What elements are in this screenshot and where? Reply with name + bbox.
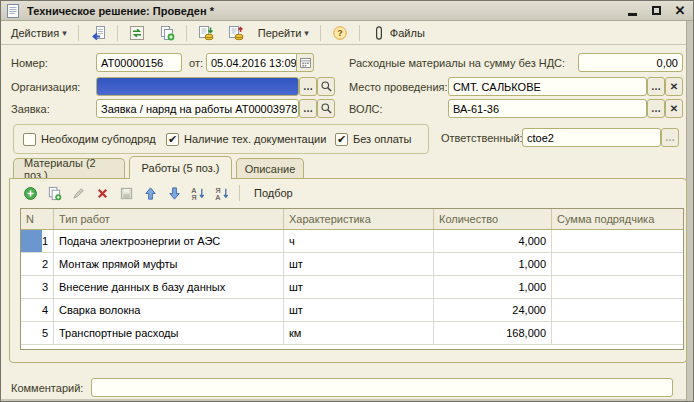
checkbox-icon: ✔: [166, 133, 179, 146]
location-clear-button[interactable]: ✕: [665, 77, 683, 96]
table-cell[interactable]: ч: [284, 230, 434, 253]
table-cell[interactable]: 1,000: [434, 276, 552, 299]
goto-menu-button[interactable]: Перейти ▾: [252, 23, 315, 43]
toolbar-separator: [320, 25, 321, 41]
table-cell[interactable]: [552, 322, 683, 345]
post-document-button[interactable]: [192, 23, 220, 43]
comment-field[interactable]: [91, 378, 673, 397]
table-cell[interactable]: 3: [21, 276, 54, 299]
table-cell[interactable]: шт: [284, 253, 434, 276]
table-cell[interactable]: км: [284, 322, 434, 345]
row-delete-button[interactable]: [92, 184, 112, 202]
window-title: Техническое решение: Проведен *: [27, 5, 625, 17]
vols-clear-button[interactable]: ✕: [665, 99, 683, 118]
organization-field[interactable]: [96, 77, 299, 96]
column-header-n[interactable]: N: [21, 209, 54, 229]
tab-works[interactable]: Работы (5 поз.): [129, 156, 232, 179]
works-table: N Тип работ Характеристика Количество Су…: [20, 208, 684, 350]
tab-description[interactable]: Описание: [236, 158, 304, 178]
goto-menu-label: Перейти: [258, 27, 302, 39]
no-payment-checkbox[interactable]: ✔ Без оплаты: [335, 132, 412, 146]
location-field[interactable]: СМТ. САЛЬКОВЕ: [448, 77, 647, 96]
help-icon: ?: [332, 25, 348, 41]
end-edit-icon: [119, 186, 134, 201]
column-header-characteristic[interactable]: Характеристика: [284, 209, 434, 229]
unpost-document-button[interactable]: [222, 23, 250, 43]
table-cell[interactable]: Подача электроэнергии от АЭС: [54, 230, 284, 253]
table-cell[interactable]: [552, 253, 683, 276]
table-cell[interactable]: 1,000: [434, 253, 552, 276]
table-cell[interactable]: 5: [21, 322, 54, 345]
checkbox-icon: [23, 133, 36, 146]
maximize-button[interactable]: [649, 4, 663, 18]
table-cell[interactable]: шт: [284, 276, 434, 299]
table-cell[interactable]: 2: [21, 253, 54, 276]
row-edit-button[interactable]: [68, 184, 88, 202]
minimize-icon: [628, 13, 637, 16]
tab-materials[interactable]: Материалы (2 поз.): [13, 158, 125, 178]
vols-select-button[interactable]: …: [647, 99, 665, 118]
calendar-button[interactable]: [296, 53, 314, 72]
refresh-button[interactable]: [123, 23, 151, 43]
clear-icon: ✕: [670, 103, 678, 114]
row-add-button[interactable]: [20, 184, 40, 202]
table-cell[interactable]: 1: [21, 230, 54, 253]
table-cell[interactable]: Сварка волокна: [54, 299, 284, 322]
responsible-select-button[interactable]: …: [661, 128, 679, 147]
row-move-up-button[interactable]: [140, 184, 160, 202]
table-row[interactable]: 2Монтаж прямой муфтышт1,000: [21, 253, 683, 276]
organization-select-button[interactable]: …: [299, 77, 317, 96]
svg-text:А: А: [191, 186, 196, 193]
document-window: Техническое решение: Проведен * ✕ Действ…: [0, 0, 694, 402]
table-row[interactable]: 3Внесение данных в базу данныхшт1,000: [21, 276, 683, 299]
write-document-button[interactable]: [84, 23, 112, 43]
minimize-button[interactable]: [625, 4, 639, 18]
sort-ascending-button[interactable]: АЯ: [188, 184, 208, 202]
vols-field[interactable]: ВА-61-36: [448, 99, 647, 118]
table-row[interactable]: 1Подача электроэнергии от АЭСч4,000: [21, 230, 683, 253]
responsible-field[interactable]: ctoe2: [522, 128, 661, 147]
row-copy-button[interactable]: [44, 184, 64, 202]
table-cell[interactable]: Внесение данных в базу данных: [54, 276, 284, 299]
consumables-field[interactable]: 0,00: [578, 53, 683, 72]
column-header-type[interactable]: Тип работ: [54, 209, 284, 229]
table-row[interactable]: 5Транспортные расходыкм168,000: [21, 322, 683, 345]
help-button[interactable]: ?: [326, 23, 354, 43]
table-cell[interactable]: Транспортные расходы: [54, 322, 284, 345]
table-cell[interactable]: шт: [284, 299, 434, 322]
post-document-icon: [198, 25, 214, 41]
table-cell[interactable]: Монтаж прямой муфты: [54, 253, 284, 276]
no-payment-checkbox-label: Без оплаты: [353, 133, 412, 145]
window-bottom-border: [1, 399, 686, 401]
table-cell[interactable]: 168,000: [434, 322, 552, 345]
responsible-label: Ответственный:: [441, 132, 523, 144]
column-header-quantity[interactable]: Количество: [434, 209, 552, 229]
table-cell[interactable]: [552, 299, 683, 322]
table-cell[interactable]: 24,000: [434, 299, 552, 322]
row-move-down-button[interactable]: [164, 184, 184, 202]
request-field[interactable]: Заявка / наряд на работы АТ00003978: [96, 99, 299, 118]
table-cell[interactable]: 4: [21, 299, 54, 322]
subcontract-checkbox[interactable]: Необходим субподряд: [23, 132, 156, 146]
row-end-edit-button[interactable]: [116, 184, 136, 202]
column-header-contractor-sum[interactable]: Сумма подрядчика: [552, 209, 683, 229]
location-select-button[interactable]: …: [647, 77, 665, 96]
table-cell[interactable]: [552, 276, 683, 299]
tech-docs-checkbox[interactable]: ✔ Наличие тех. документации: [166, 132, 326, 146]
close-button[interactable]: ✕: [673, 4, 687, 18]
table-row[interactable]: 4Сварка волокнашт24,000: [21, 299, 683, 322]
request-select-button[interactable]: …: [299, 99, 317, 118]
svg-text:?: ?: [337, 28, 343, 38]
pick-button[interactable]: Подбор: [247, 184, 300, 202]
organization-open-button[interactable]: [317, 77, 335, 96]
copy-document-button[interactable]: [153, 23, 181, 43]
request-open-button[interactable]: [317, 99, 335, 118]
files-button[interactable]: Файлы: [365, 23, 431, 43]
window-right-border: [686, 21, 693, 401]
table-cell[interactable]: [552, 230, 683, 253]
number-field[interactable]: АТ00000156: [96, 53, 182, 72]
table-cell[interactable]: 4,000: [434, 230, 552, 253]
actions-menu-button[interactable]: Действия ▾: [5, 23, 73, 43]
sort-descending-button[interactable]: ЯА: [212, 184, 232, 202]
date-field[interactable]: 05.04.2016 13:09:54: [206, 53, 297, 72]
